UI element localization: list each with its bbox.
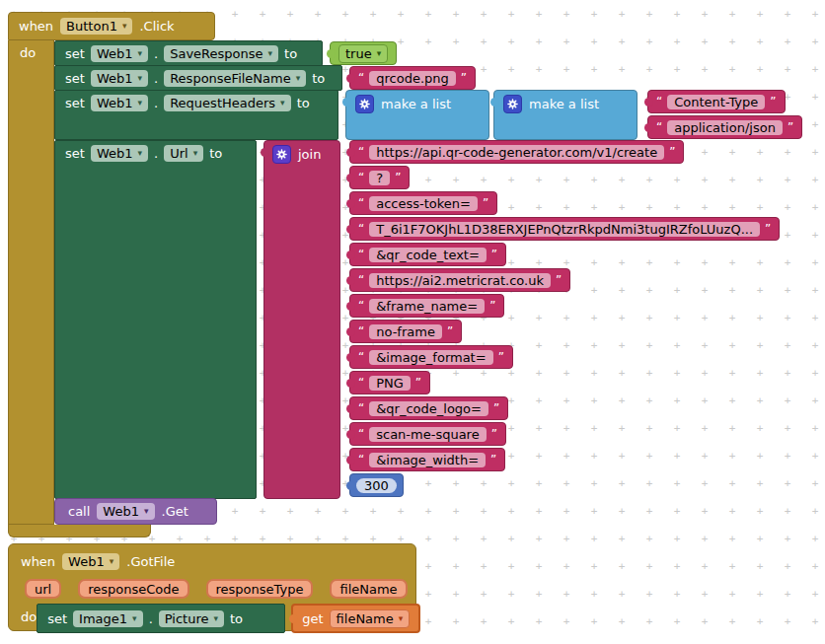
chevron-down-icon: ▾ (399, 614, 404, 623)
string-value[interactable]: no-frame (369, 324, 442, 339)
to-label: to (312, 71, 325, 86)
make-a-list-inner-block[interactable]: make a list (493, 90, 638, 140)
open-quote: “ (358, 273, 364, 287)
property-dropdown-picture[interactable]: Picture ▾ (159, 610, 224, 627)
text-string-block[interactable]: “ ? ” (349, 166, 410, 189)
call-web1-get-block[interactable]: call Web1 ▾ .Get (54, 498, 217, 525)
string-value[interactable]: &qr_code_logo= (369, 401, 488, 416)
text-string-block[interactable]: “ https://api.qr-code-generator.com/v1/c… (349, 140, 684, 164)
text-string-block[interactable]: “ &qr_code_text= ” (349, 243, 506, 266)
text-string-block[interactable]: “ T_6i1F7OKJhL1D38ERXJEPnQtzrRkpdNmi3tug… (349, 217, 780, 241)
string-value[interactable]: &frame_name= (369, 299, 485, 314)
dropdown-value: fileName (337, 611, 394, 626)
component-dropdown-web1[interactable]: Web1 ▾ (62, 553, 119, 570)
set-web1-responsefilename-block[interactable]: set Web1 ▾ . ResponseFileName ▾ to (54, 65, 342, 91)
dot-label: . (154, 146, 158, 161)
logic-dropdown-true[interactable]: true ▾ (338, 44, 388, 63)
component-dropdown-web1[interactable]: Web1 ▾ (91, 45, 148, 62)
text-string-block[interactable]: “ scan-me-square ” (349, 422, 506, 446)
to-label: to (230, 611, 243, 626)
string-value[interactable]: ? (369, 171, 390, 185)
param-badge-filename[interactable]: fileName (330, 579, 407, 599)
string-value[interactable]: Content-Type (667, 95, 765, 109)
dropdown-value: Web1 (97, 71, 133, 86)
string-value[interactable]: &qr_code_text= (369, 248, 487, 262)
open-quote: “ (358, 376, 364, 390)
open-quote: “ (656, 95, 662, 108)
mutator-gear-icon[interactable] (272, 145, 291, 164)
component-dropdown-web1[interactable]: Web1 ▾ (91, 145, 148, 162)
param-badge-responsecode[interactable]: responseCode (78, 579, 188, 599)
dropdown-value: Web1 (103, 504, 139, 519)
component-dropdown-web1[interactable]: Web1 ▾ (97, 503, 154, 520)
string-value[interactable]: qrcode.png (369, 71, 456, 86)
logic-true-block[interactable]: true ▾ (330, 41, 397, 65)
dropdown-value: Picture (165, 611, 209, 626)
make-a-list-label: make a list (529, 97, 599, 111)
set-label: set (65, 146, 85, 161)
param-badge-responsetype[interactable]: responseType (206, 579, 314, 599)
component-dropdown-web1[interactable]: Web1 ▾ (91, 70, 148, 87)
chevron-down-icon: ▾ (268, 49, 273, 58)
string-value[interactable]: https://api.qr-code-generator.com/v1/cre… (369, 145, 664, 160)
text-string-block[interactable]: “ &frame_name= ” (349, 294, 504, 318)
event-header[interactable]: when Web1 ▾ .GotFile (9, 544, 415, 573)
set-web1-requestheaders-block[interactable]: set Web1 ▾ . RequestHeaders ▾ to (54, 90, 338, 140)
chevron-down-icon: ▾ (296, 74, 301, 83)
chevron-down-icon: ▾ (138, 74, 143, 83)
property-dropdown-requestheaders[interactable]: RequestHeaders ▾ (164, 95, 290, 111)
mutator-gear-icon[interactable] (355, 95, 374, 113)
string-value[interactable]: PNG (369, 376, 411, 391)
number-value[interactable]: 300 (356, 478, 397, 493)
blocks-workspace[interactable]: ++++++++++++++++++++++++++++++++++++++++… (0, 0, 825, 644)
text-string-block[interactable]: “ &image_format= ” (349, 345, 513, 369)
set-image1-picture-block[interactable]: set Image1 ▾ . Picture ▾ to (37, 604, 285, 633)
mutator-gear-icon[interactable] (503, 95, 522, 113)
param-badge-url[interactable]: url (25, 579, 61, 599)
set-web1-url-block[interactable]: set Web1 ▾ . Url ▾ to (54, 140, 257, 499)
text-string-block[interactable]: “ no-frame ” (349, 320, 462, 343)
dropdown-value: Web1 (97, 46, 133, 61)
open-quote: “ (358, 324, 364, 338)
when-button1-click-block[interactable]: when Button1 ▾ .Click do set Web1 (8, 12, 802, 537)
set-label: set (65, 96, 85, 110)
string-value[interactable]: application/json (667, 120, 783, 135)
join-block[interactable]: join (263, 140, 340, 499)
to-label: to (209, 146, 222, 161)
text-string-block[interactable]: “ &qr_code_logo= ” (349, 396, 508, 420)
text-string-block[interactable]: “ https://ai2.metricrat.co.uk ” (349, 268, 570, 292)
number-block[interactable]: 300 (349, 473, 404, 497)
component-dropdown-web1[interactable]: Web1 ▾ (91, 95, 148, 111)
text-string-block[interactable]: “ application/json ” (647, 115, 802, 139)
string-value[interactable]: &image_width= (369, 453, 486, 467)
set-web1-saveresponse-block[interactable]: set Web1 ▾ . SaveResponse ▾ to (54, 40, 323, 66)
open-quote: “ (358, 145, 364, 159)
when-label: when (21, 554, 55, 569)
text-string-block[interactable]: “ Content-Type ” (647, 90, 786, 113)
get-variable-block[interactable]: get fileName ▾ (291, 604, 420, 633)
statement-row: set Web1 ▾ . RequestHeaders ▾ to (54, 90, 802, 141)
chevron-down-icon: ▾ (213, 614, 218, 623)
property-dropdown-url[interactable]: Url ▾ (164, 145, 203, 162)
text-string-block[interactable]: “ access-token= ” (349, 191, 497, 215)
property-dropdown-saveresponse[interactable]: SaveResponse ▾ (164, 45, 278, 62)
when-label: when (19, 19, 53, 34)
string-value[interactable]: https://ai2.metricrat.co.uk (369, 273, 551, 288)
text-string-block[interactable]: “ PNG ” (349, 371, 430, 394)
when-web1-gotfile-block[interactable]: when Web1 ▾ .GotFile url responseCode re… (8, 543, 416, 631)
component-dropdown-image1[interactable]: Image1 ▾ (73, 610, 143, 627)
component-dropdown-button1[interactable]: Button1 ▾ (60, 18, 132, 35)
string-value[interactable]: T_6i1F7OKJhL1D38ERXJEPnQtzrRkpdNmi3tugIR… (369, 222, 760, 237)
close-quote: ” (491, 248, 497, 261)
string-value[interactable]: access-token= (369, 196, 478, 211)
event-header[interactable]: when Button1 ▾ .Click (8, 12, 215, 40)
text-string-block[interactable]: “ qrcode.png ” (349, 66, 476, 90)
call-label: call (68, 504, 90, 519)
string-value[interactable]: &image_format= (369, 350, 492, 365)
variable-dropdown-filename[interactable]: fileName ▾ (330, 609, 411, 628)
string-value[interactable]: scan-me-square (369, 427, 486, 442)
make-a-list-outer-block[interactable]: make a list (345, 90, 489, 140)
set-label: set (65, 46, 85, 61)
property-dropdown-responsefilename[interactable]: ResponseFileName ▾ (164, 70, 306, 87)
text-string-block[interactable]: “ &image_width= ” (349, 448, 505, 471)
